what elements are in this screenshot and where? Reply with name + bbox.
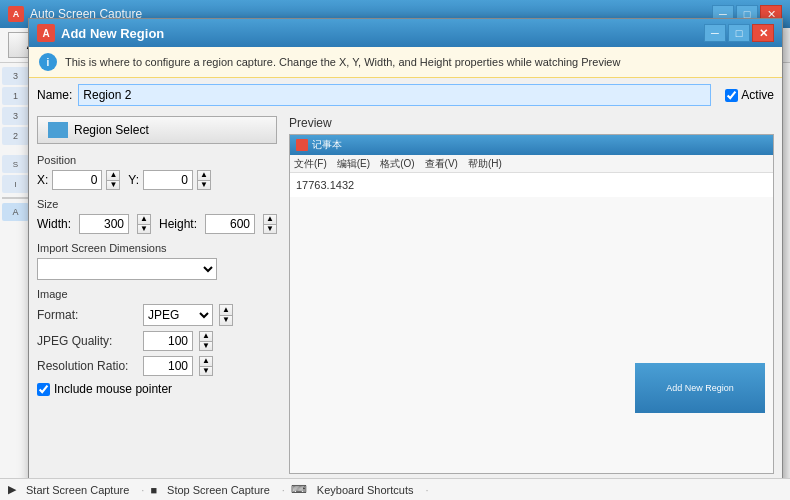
x-input[interactable] [52, 170, 102, 190]
menu-file[interactable]: 文件(F) [294, 157, 327, 171]
right-panel: Preview 记事本 文件(F) 编辑(E) 格式(O) 查看(V) 帮助(H… [289, 116, 774, 472]
import-section: Import Screen Dimensions [37, 242, 277, 280]
x-down[interactable]: ▼ [107, 181, 119, 190]
menu-edit[interactable]: 编辑(E) [337, 157, 370, 171]
sidebar-item-int[interactable]: I [2, 175, 29, 193]
resolution-input[interactable] [143, 356, 193, 376]
sidebar-item-a[interactable]: A [2, 203, 29, 221]
resolution-down[interactable]: ▼ [200, 367, 212, 376]
info-bar: i This is where to configure a region ca… [29, 47, 782, 78]
height-label: Height: [159, 217, 197, 231]
sidebar-item-1[interactable]: 3 [2, 67, 29, 85]
info-icon: i [39, 53, 57, 71]
dialog-titlebar: A Add New Region ─ □ ✕ [29, 19, 782, 47]
position-section-title: Position [37, 154, 277, 166]
active-area: Active [725, 88, 774, 102]
preview-number: 17763.1432 [296, 177, 767, 193]
height-input[interactable] [205, 214, 255, 234]
size-section-title: Size [37, 198, 277, 210]
menu-view[interactable]: 查看(V) [425, 157, 458, 171]
stop-icon: ■ [150, 484, 157, 496]
mouse-pointer-label: Include mouse pointer [54, 382, 172, 396]
resolution-row: Resolution Ratio: ▲ ▼ [37, 356, 277, 376]
dialog-close-btn[interactable]: ✕ [752, 24, 774, 42]
format-select[interactable]: JPEG PNG BMP GIF [143, 304, 213, 326]
region-select-label: Region Select [74, 123, 149, 137]
resolution-spinner[interactable]: ▲ ▼ [199, 356, 213, 376]
preview-window-title: 记事本 [312, 138, 342, 152]
y-spinner[interactable]: ▲ ▼ [197, 170, 211, 190]
height-spinner[interactable]: ▲ ▼ [263, 214, 277, 234]
width-label: Width: [37, 217, 71, 231]
resolution-label: Resolution Ratio: [37, 359, 137, 373]
dialog-title: Add New Region [61, 26, 164, 41]
jpeg-quality-input[interactable] [143, 331, 193, 351]
sidebar-item-3[interactable]: 3 [2, 107, 29, 125]
jpeg-quality-label: JPEG Quality: [37, 334, 137, 348]
menu-help[interactable]: 帮助(H) [468, 157, 502, 171]
image-section: Image Format: JPEG PNG BMP GIF ▲ ▼ JP [37, 288, 277, 396]
preview-capture-box: Add New Region [635, 363, 765, 413]
y-input[interactable] [143, 170, 193, 190]
sep3: · [425, 484, 428, 496]
dialog-icon: A [37, 24, 55, 42]
region-select-btn[interactable]: Region Select [37, 116, 277, 144]
format-label: Format: [37, 308, 137, 322]
mouse-pointer-checkbox[interactable] [37, 383, 50, 396]
preview-menubar: 文件(F) 编辑(E) 格式(O) 查看(V) 帮助(H) [290, 155, 773, 173]
image-label: Image [37, 288, 277, 300]
sidebar-item-2[interactable]: 1 [2, 87, 29, 105]
start-screen-capture-btn[interactable]: Start Screen Capture [20, 482, 135, 498]
dialog-minimize-btn[interactable]: ─ [704, 24, 726, 42]
left-panel: Region Select Position X: ▲ ▼ Y: ▲ [37, 116, 277, 472]
size-row: Width: ▲ ▼ Height: ▲ ▼ [37, 214, 277, 234]
preview-titlebar: 记事本 [290, 135, 773, 155]
y-group: Y: ▲ ▼ [128, 170, 211, 190]
sidebar-item-4[interactable]: 2 [2, 127, 29, 145]
import-label: Import Screen Dimensions [37, 242, 277, 254]
stop-screen-capture-btn[interactable]: Stop Screen Capture [161, 482, 276, 498]
name-row: Name: Active [29, 78, 782, 108]
sep2: · [282, 484, 285, 496]
format-spinner[interactable]: ▲ ▼ [219, 304, 233, 326]
region-select-icon [48, 122, 68, 138]
name-input[interactable] [78, 84, 711, 106]
mouse-pointer-row: Include mouse pointer [37, 382, 277, 396]
menu-format[interactable]: 格式(O) [380, 157, 414, 171]
quality-row: JPEG Quality: ▲ ▼ [37, 331, 277, 351]
preview-label: Preview [289, 116, 774, 130]
sidebar-divider [2, 197, 29, 199]
preview-capture-label: Add New Region [666, 383, 734, 393]
add-new-region-dialog: A Add New Region ─ □ ✕ i This is where t… [28, 18, 783, 498]
active-label: Active [741, 88, 774, 102]
keyboard-icon: ⌨ [291, 483, 307, 496]
preview-content: 17763.1432 [290, 173, 773, 197]
width-down[interactable]: ▼ [138, 225, 150, 234]
info-text: This is where to configure a region capt… [65, 56, 620, 68]
active-checkbox[interactable] [725, 89, 738, 102]
y-label: Y: [128, 173, 139, 187]
sidebar-item-setup[interactable]: S [2, 155, 29, 173]
width-spinner[interactable]: ▲ ▼ [137, 214, 151, 234]
format-up[interactable]: ▲ [220, 305, 232, 316]
x-label: X: [37, 173, 48, 187]
format-down[interactable]: ▼ [220, 316, 232, 326]
height-down[interactable]: ▼ [264, 225, 276, 234]
preview-area: 记事本 文件(F) 编辑(E) 格式(O) 查看(V) 帮助(H) 17763.… [289, 134, 774, 474]
start-icon: ▶ [8, 483, 16, 496]
name-label: Name: [37, 88, 72, 102]
dialog-body: Region Select Position X: ▲ ▼ Y: ▲ [29, 108, 782, 480]
statusbar: ▶ Start Screen Capture · ■ Stop Screen C… [0, 478, 790, 500]
width-input[interactable] [79, 214, 129, 234]
quality-down[interactable]: ▼ [200, 342, 212, 351]
dialog-maximize-btn[interactable]: □ [728, 24, 750, 42]
app-icon: A [8, 6, 24, 22]
keyboard-shortcuts-btn[interactable]: Keyboard Shortcuts [311, 482, 420, 498]
x-spinner[interactable]: ▲ ▼ [106, 170, 120, 190]
quality-spinner[interactable]: ▲ ▼ [199, 331, 213, 351]
dialog-titlebar-controls: ─ □ ✕ [704, 24, 774, 42]
y-down[interactable]: ▼ [198, 181, 210, 190]
position-row: X: ▲ ▼ Y: ▲ ▼ [37, 170, 277, 190]
import-select[interactable] [37, 258, 217, 280]
x-group: X: ▲ ▼ [37, 170, 120, 190]
